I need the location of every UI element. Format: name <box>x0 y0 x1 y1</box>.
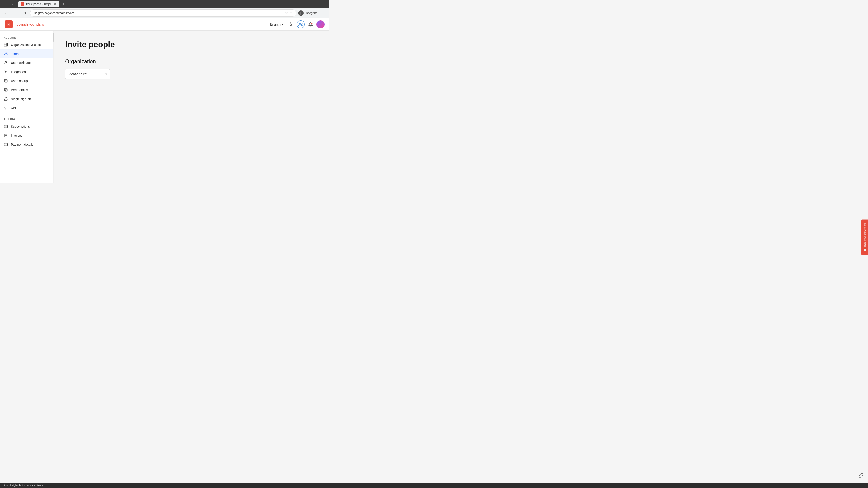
tab-nav-prev[interactable]: ‹ <box>2 1 8 7</box>
tab-nav-next[interactable]: › <box>9 1 16 7</box>
billing-section: Billing Subscriptions <box>0 116 54 149</box>
sidebar-item-payment-details[interactable]: Payment details <box>0 140 54 149</box>
upgrade-link[interactable]: Upgrade your plans <box>16 23 44 26</box>
svg-point-5 <box>5 71 6 72</box>
page-title: Invite people <box>65 40 318 49</box>
sidebar-item-label: Subscriptions <box>11 125 30 128</box>
tab-favicon: H <box>21 2 24 6</box>
sparkle-icon <box>288 22 293 27</box>
scroll-thumb[interactable] <box>53 33 54 41</box>
sidebar-item-label: Organizations & sites <box>11 43 41 46</box>
sso-icon <box>4 97 8 101</box>
incognito-icon: ╫ <box>298 10 304 16</box>
svg-rect-8 <box>4 99 7 101</box>
select-arrow-icon: ▾ <box>105 72 107 76</box>
address-bar[interactable]: insights.hotjar.com/team/invite/ ☆ ⊡ <box>30 9 296 17</box>
svg-point-0 <box>311 23 313 24</box>
bookmark-icon: ☆ <box>285 11 288 15</box>
preferences-icon <box>4 88 8 92</box>
incognito-area: ╫ Incognito <box>298 10 317 16</box>
sidebar-item-preferences[interactable]: Preferences <box>0 86 54 94</box>
sidebar-item-user-lookup[interactable]: User lookup <box>0 76 54 86</box>
bell-icon <box>308 22 313 27</box>
svg-point-2 <box>5 52 6 54</box>
sidebar: Account Organizations & sites <box>0 31 54 184</box>
user-avatar[interactable] <box>316 20 324 29</box>
svg-point-3 <box>6 52 7 54</box>
sidebar-item-api[interactable]: API <box>0 103 54 112</box>
api-icon <box>4 106 8 110</box>
svg-rect-6 <box>4 79 7 83</box>
sidebar-item-single-sign-on[interactable]: Single sign-on <box>0 94 54 103</box>
language-dropdown-icon: ▾ <box>281 23 283 26</box>
sidebar-item-label: Payment details <box>11 143 33 147</box>
main-content: Invite people Organization Please select… <box>54 31 329 184</box>
svg-rect-10 <box>4 134 7 137</box>
sidebar-item-label: User attributes <box>11 61 31 65</box>
account-section: Account Organizations & sites <box>0 34 54 112</box>
tab-nav-buttons: ‹ › <box>2 1 16 7</box>
sidebar-item-organizations-sites[interactable]: Organizations & sites <box>0 40 54 49</box>
sidebar-item-invoices[interactable]: Invoices <box>0 131 54 140</box>
add-user-button[interactable] <box>297 20 305 29</box>
sidebar-item-label: User lookup <box>11 79 28 83</box>
language-selector[interactable]: English ▾ <box>268 22 285 27</box>
sidebar-item-label: Integrations <box>11 70 27 74</box>
app-logo: H <box>4 20 13 29</box>
account-section-label: Account <box>0 34 54 40</box>
new-tab-button[interactable]: + <box>60 1 67 7</box>
sidebar-item-label: API <box>11 106 16 110</box>
section-title: Organization <box>65 58 318 65</box>
svg-rect-11 <box>4 143 8 146</box>
team-icon <box>4 52 8 56</box>
payment-icon <box>4 142 8 147</box>
header-actions: English ▾ <box>268 20 324 29</box>
sidebar-item-user-attributes[interactable]: User attributes <box>0 58 54 67</box>
url-text: insights.hotjar.com/team/invite/ <box>34 11 283 15</box>
sidebar-item-label: Preferences <box>11 88 28 92</box>
notifications-button[interactable] <box>307 20 315 29</box>
sidebar-item-integrations[interactable]: Integrations <box>0 67 54 76</box>
incognito-label: Incognito <box>305 11 317 15</box>
address-bar-row: ← → ↻ insights.hotjar.com/team/invite/ ☆… <box>0 8 329 18</box>
building-icon <box>4 42 8 47</box>
sidebar-item-label: Team <box>11 52 19 56</box>
forward-button[interactable]: → <box>12 9 19 17</box>
subscriptions-icon <box>4 124 8 129</box>
reload-button[interactable]: ↻ <box>21 9 28 17</box>
sidebar-item-team[interactable]: Team <box>0 49 54 58</box>
back-button[interactable]: ← <box>3 9 10 17</box>
sparkle-button[interactable] <box>287 20 295 29</box>
sidebar-item-label: Single sign-on <box>11 97 31 101</box>
svg-rect-7 <box>4 88 7 92</box>
sidebar-item-subscriptions[interactable]: Subscriptions <box>0 122 54 131</box>
main-layout: Account Organizations & sites <box>0 31 329 184</box>
scroll-track <box>53 31 54 184</box>
browser-tab-bar: ‹ › H Invite people - Hotjar ✕ + <box>0 0 329 8</box>
add-user-icon <box>298 22 303 27</box>
svg-rect-9 <box>4 125 8 128</box>
extensions-icon: ⊡ <box>290 11 292 15</box>
browser-tab[interactable]: H Invite people - Hotjar ✕ <box>18 1 59 7</box>
tab-close-button[interactable]: ✕ <box>53 2 57 6</box>
sidebar-item-label: Invoices <box>11 134 22 137</box>
organization-select[interactable]: Please select... ▾ <box>65 69 110 79</box>
billing-section-label: Billing <box>0 116 54 122</box>
tab-title: Invite people - Hotjar <box>26 2 51 6</box>
browser-menu-button[interactable]: ⋮ <box>319 9 327 17</box>
svg-rect-1 <box>4 43 8 46</box>
select-placeholder: Please select... <box>68 72 90 76</box>
integrations-icon <box>4 70 8 74</box>
language-label: English <box>270 23 281 26</box>
user-lookup-icon <box>4 78 8 83</box>
user-attrs-icon <box>4 61 8 65</box>
app-header: H Upgrade your plans English ▾ <box>0 18 329 31</box>
invoices-icon <box>4 133 8 138</box>
